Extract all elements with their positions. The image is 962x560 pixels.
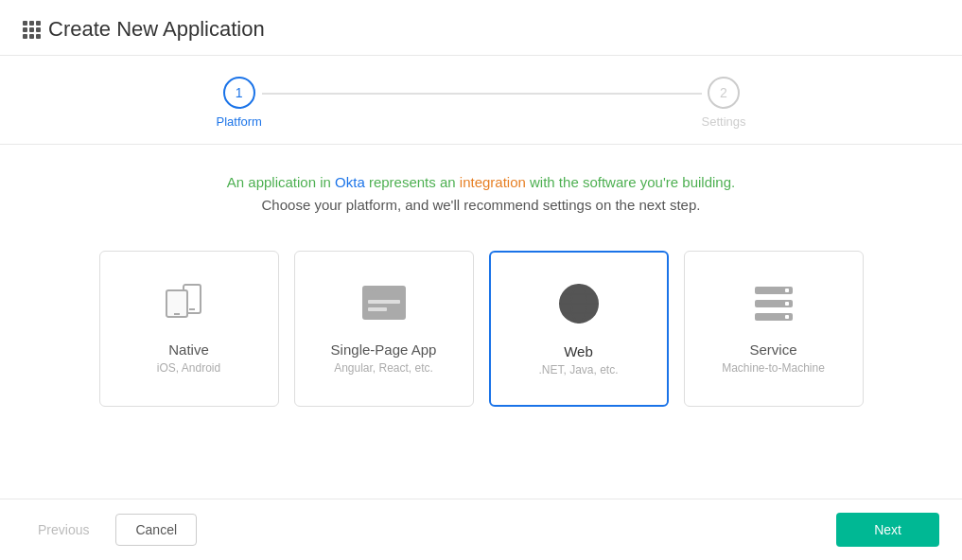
page-header: Create New Application — [0, 0, 962, 56]
spa-icon — [359, 283, 409, 328]
step-2: 2 Settings — [702, 77, 746, 129]
platform-card-spa[interactable]: Single-Page App Angular, React, etc. — [294, 251, 474, 407]
svg-point-7 — [372, 289, 376, 293]
platform-cards: Native iOS, Android Single-Page App Angu… — [0, 236, 962, 429]
page-title: Create New Application — [48, 17, 265, 42]
step-2-label: Settings — [702, 114, 746, 129]
web-title: Web — [564, 343, 593, 359]
native-icon — [165, 283, 214, 328]
svg-rect-19 — [785, 302, 789, 306]
platform-card-native[interactable]: Native iOS, Android — [99, 251, 279, 407]
stepper: 1 Platform 2 Settings — [0, 56, 962, 145]
spa-title: Single-Page App — [331, 341, 437, 358]
step-1-label: Platform — [217, 114, 262, 129]
service-title: Service — [749, 341, 796, 358]
next-button[interactable]: Next — [836, 513, 939, 547]
description-text: An application in Okta represents an int… — [19, 171, 943, 217]
native-title: Native — [168, 341, 209, 358]
native-subtitle: iOS, Android — [157, 361, 220, 375]
cancel-button[interactable]: Cancel — [115, 514, 197, 546]
svg-rect-20 — [785, 315, 789, 319]
platform-card-service[interactable]: Service Machine-to-Machine — [684, 251, 864, 407]
previous-button[interactable]: Previous — [23, 515, 104, 545]
service-subtitle: Machine-to-Machine — [722, 361, 825, 375]
step-line — [262, 93, 702, 95]
grid-icon — [23, 21, 41, 39]
web-icon — [556, 281, 602, 330]
web-subtitle: .NET, Java, etc. — [538, 363, 618, 376]
platform-card-web[interactable]: Web .NET, Java, etc. — [489, 251, 669, 407]
footer: Previous Cancel Next — [0, 499, 962, 560]
svg-rect-2 — [166, 290, 187, 317]
svg-rect-8 — [368, 300, 400, 304]
step-1: 1 Platform — [217, 77, 262, 129]
svg-rect-9 — [368, 307, 387, 311]
svg-rect-18 — [785, 289, 789, 292]
service-icon — [751, 283, 796, 328]
step-2-circle: 2 — [708, 77, 740, 109]
footer-left: Previous Cancel — [23, 514, 197, 546]
svg-point-6 — [366, 289, 370, 293]
description-section: An application in Okta represents an int… — [0, 145, 962, 236]
step-1-circle: 1 — [223, 77, 255, 109]
spa-subtitle: Angular, React, etc. — [334, 361, 433, 375]
